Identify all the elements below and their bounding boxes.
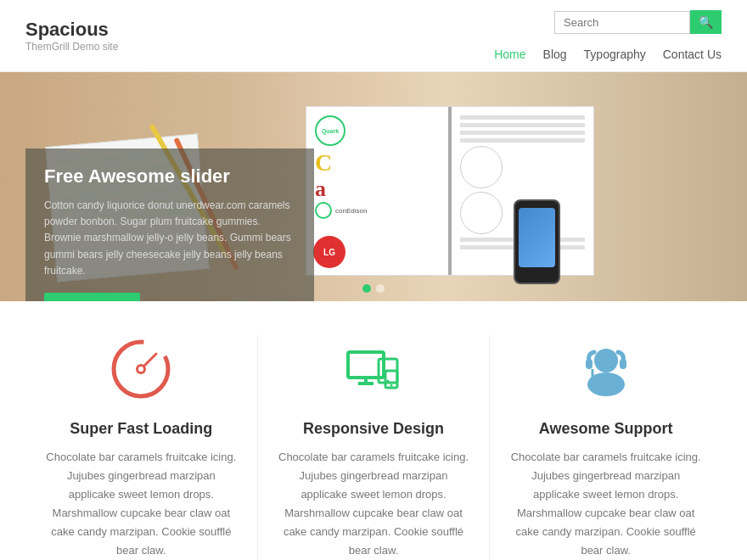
- svg-point-8: [387, 380, 390, 383]
- slider-dots: [362, 284, 385, 293]
- main-nav: Home Blog Typography Contact Us: [494, 48, 722, 61]
- logo-subtitle: ThemGrill Demo site: [25, 41, 118, 53]
- hero-description: Cotton candy liquorice donut unerdwear.c…: [44, 198, 295, 279]
- svg-point-11: [594, 349, 618, 372]
- nav-blog[interactable]: Blog: [543, 48, 567, 61]
- slider-dot-2[interactable]: [376, 284, 385, 293]
- phone-decoration: [514, 199, 560, 284]
- read-more-button[interactable]: Read more: [44, 293, 140, 301]
- header-right: 🔍 Home Blog Typography Contact Us: [494, 10, 722, 61]
- hero-text-box: Free Awesome slider Cotton candy liquori…: [25, 148, 314, 301]
- feature-support-desc: Chocolate bar caramels fruitcake icing. …: [507, 448, 705, 560]
- search-bar: 🔍: [554, 10, 722, 34]
- header: Spacious ThemGrill Demo site 🔍 Home Blog…: [0, 0, 747, 72]
- feature-responsive-desc: Chocolate bar caramels fruitcake icing. …: [275, 448, 473, 560]
- feature-support: Awesome Support Chocolate bar caramels f…: [490, 335, 722, 560]
- nav-contact[interactable]: Contact Us: [663, 48, 722, 61]
- feature-responsive-title: Responsive Design: [275, 420, 473, 438]
- hero-slider: Quark C a conEdison LG Free: [0, 72, 747, 301]
- slider-dot-1[interactable]: [362, 284, 371, 293]
- svg-point-10: [390, 384, 393, 387]
- quark-logo: Quark: [315, 115, 345, 146]
- nav-typography[interactable]: Typography: [584, 48, 646, 61]
- feature-speed-title: Super Fast Loading: [42, 420, 240, 438]
- responsive-icon: [340, 335, 407, 403]
- feature-support-title: Awesome Support: [507, 420, 705, 438]
- search-button[interactable]: 🔍: [690, 10, 722, 34]
- phone-screen: [519, 208, 555, 267]
- support-icon: [572, 335, 640, 403]
- nav-home[interactable]: Home: [494, 48, 525, 61]
- svg-line-2: [141, 354, 156, 369]
- logo-title: Spacious: [25, 19, 118, 41]
- book-left: Quark C a conEdison LG: [306, 107, 448, 275]
- feature-speed-desc: Chocolate bar caramels fruitcake icing. …: [42, 448, 240, 560]
- svg-rect-13: [586, 359, 593, 369]
- hero-title: Free Awesome slider: [44, 165, 295, 188]
- feature-responsive: Responsive Design Chocolate bar caramels…: [258, 335, 490, 560]
- logo-area: Spacious ThemGrill Demo site: [25, 19, 118, 53]
- features-section: Super Fast Loading Chocolate bar caramel…: [0, 301, 747, 560]
- svg-rect-14: [620, 359, 626, 369]
- svg-point-16: [589, 378, 596, 385]
- svg-point-3: [138, 367, 143, 372]
- speed-icon: [107, 335, 175, 403]
- search-input[interactable]: [554, 11, 690, 34]
- feature-speed: Super Fast Loading Chocolate bar caramel…: [25, 335, 257, 560]
